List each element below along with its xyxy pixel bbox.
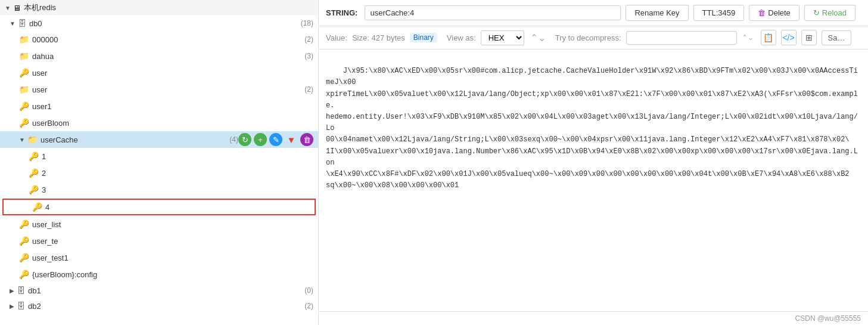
reload-icon: ↻ — [813, 8, 820, 17]
db1-arrow: ▶ — [10, 287, 14, 294]
folder-000000-count: (2) — [304, 35, 313, 44]
key-uc3-icon: 🔑 — [29, 185, 39, 194]
key-user-icon: 🔑 — [19, 68, 29, 78]
key-user1-label: user1 — [32, 102, 313, 111]
key-user-list[interactable]: 🔑 user_list — [0, 216, 318, 233]
key-user[interactable]: 🔑 user — [0, 64, 318, 81]
decompress-label: Try to decompress: — [555, 33, 621, 42]
db1-icon: 🗄 — [17, 286, 25, 295]
string-label: STRING: — [326, 8, 357, 17]
view-as-label: View as: — [447, 33, 476, 42]
key-user-te[interactable]: 🔑 user_te — [0, 233, 318, 249]
key-uc4-icon: 🔑 — [32, 202, 42, 212]
db0-label: db0 — [29, 19, 298, 28]
key-user1[interactable]: 🔑 user1 — [0, 98, 318, 114]
key-user-label: user — [32, 69, 313, 78]
folder-user2-icon: 📁 — [19, 85, 29, 94]
key-user1-icon: 🔑 — [19, 101, 29, 111]
key-userbloom-icon: 🔑 — [19, 118, 29, 128]
binary-tag[interactable]: Binary — [410, 33, 437, 42]
folder-usercache[interactable]: ▼ 📁 userCache (4) ↻ + ✎ ▼ 🗑 — [0, 131, 318, 148]
folder-usercache-label: userCache — [41, 135, 227, 144]
delete-label: Delete — [768, 8, 791, 17]
key-uc1[interactable]: 🔑 1 — [0, 148, 318, 165]
key-userbloom[interactable]: 🔑 userBloom — [0, 114, 318, 131]
folder-000000[interactable]: 📁 000000 (2) — [0, 31, 318, 48]
server-label: 本机redis — [24, 2, 313, 13]
key-uc3[interactable]: 🔑 3 — [0, 181, 318, 198]
db2-label: db2 — [28, 302, 302, 311]
sidebar: ▼ 🖥 本机redis ▼ 🗄 db0 (18) 📁 000000 (2) 📁 … — [0, 0, 319, 325]
db1-count: (0) — [304, 286, 313, 295]
refresh-btn[interactable]: ↻ — [238, 133, 251, 146]
key-uc1-label: 1 — [42, 152, 313, 161]
folder-usercache-count: (4) — [229, 135, 238, 144]
folder-user2[interactable]: 📁 user (2) — [0, 81, 318, 98]
view-as-select[interactable]: HEX Text JSON — [481, 30, 524, 45]
db1-label: db1 — [28, 286, 302, 295]
key-user-te-label: user_te — [32, 237, 313, 246]
save-button[interactable]: Sa… — [822, 30, 852, 45]
action-icons: ↻ + ✎ ▼ 🗑 — [238, 133, 313, 146]
key-userbloom-label: userBloom — [32, 119, 313, 128]
server-arrow: ▼ — [5, 5, 11, 11]
key-userbloom-config-label: {userBloom}:config — [32, 270, 313, 279]
folder-dahua[interactable]: 📁 dahua (3) — [0, 48, 318, 64]
key-uc2-icon: 🔑 — [29, 168, 39, 178]
toolbar: STRING: Rename Key TTL:3459 🗑 Delete ↻ R… — [319, 0, 868, 26]
footer: CSDN @wu@55555 — [319, 311, 868, 325]
value-bar: Value: Size: 427 bytes Binary View as: H… — [319, 26, 868, 49]
folder-dahua-icon: 📁 — [19, 51, 29, 61]
server-item[interactable]: ▼ 🖥 本机redis — [0, 0, 318, 16]
delete-button[interactable]: 🗑 Delete — [749, 5, 799, 21]
value-label: Value: — [326, 33, 347, 42]
server-icon: 🖥 — [13, 4, 21, 13]
folder-dahua-label: dahua — [32, 52, 302, 61]
folder-icon: 📁 — [19, 35, 29, 44]
folder-dahua-count: (3) — [304, 52, 313, 60]
key-uc3-label: 3 — [42, 185, 313, 194]
footer-text: CSDN @wu@55555 — [795, 314, 861, 323]
db2-arrow: ▶ — [10, 303, 14, 309]
add-btn[interactable]: + — [254, 133, 267, 146]
key-uc4-label: 4 — [45, 203, 310, 212]
decompress-arrow-icon: ⌃⌄ — [742, 33, 754, 42]
expand-icon-btn[interactable]: ⊞ — [801, 30, 817, 45]
select-arrow-icon: ⌃⌄ — [530, 32, 546, 44]
ttl-button[interactable]: TTL:3459 — [693, 5, 745, 21]
key-uc2[interactable]: 🔑 2 — [0, 165, 318, 181]
db2-count: (2) — [304, 302, 313, 310]
key-uc1-icon: 🔑 — [29, 151, 39, 161]
key-user-list-label: user_list — [32, 220, 313, 229]
folder-000000-label: 000000 — [32, 35, 302, 44]
key-uc4[interactable]: 🔑 4 — [2, 199, 316, 215]
folder-user2-count: (2) — [304, 85, 313, 94]
db0-item[interactable]: ▼ 🗄 db0 (18) — [0, 16, 318, 31]
decompress-input[interactable] — [626, 31, 737, 45]
format-icon-btn[interactable]: </> — [781, 30, 797, 45]
db0-count: (18) — [301, 19, 313, 27]
key-user-list-icon: 🔑 — [19, 219, 29, 229]
filter-btn[interactable]: ▼ — [285, 133, 298, 146]
db2-item[interactable]: ▶ 🗄 db2 (2) — [0, 298, 318, 314]
key-userbloom-config-icon: 🔑 — [19, 270, 29, 279]
delete-folder-btn[interactable]: 🗑 — [300, 133, 313, 146]
key-user-te-icon: 🔑 — [19, 236, 29, 246]
db0-icon: 🗄 — [18, 18, 26, 28]
key-user-test1-icon: 🔑 — [19, 253, 29, 262]
rename-key-button[interactable]: Rename Key — [626, 5, 688, 21]
key-user-test1-label: user_test1 — [32, 253, 313, 262]
edit-btn[interactable]: ✎ — [269, 133, 282, 146]
reload-button[interactable]: ↻ Reload — [804, 5, 855, 21]
string-key-input[interactable] — [365, 5, 621, 20]
copy-icon-btn[interactable]: 📋 — [761, 30, 776, 45]
delete-icon: 🗑 — [758, 8, 766, 17]
content-area: J\x95:\x80\xAC\xED\x00\x05sr\x00#com.ali… — [319, 49, 868, 311]
key-userbloom-config[interactable]: 🔑 {userBloom}:config — [0, 266, 318, 283]
content-text: J\x95:\x80\xAC\xED\x00\x05sr\x00#com.ali… — [326, 67, 858, 190]
reload-label: Reload — [822, 8, 847, 17]
usercache-arrow: ▼ — [19, 137, 25, 143]
key-uc2-label: 2 — [42, 169, 313, 178]
db1-item[interactable]: ▶ 🗄 db1 (0) — [0, 283, 318, 298]
key-user-test1[interactable]: 🔑 user_test1 — [0, 249, 318, 266]
